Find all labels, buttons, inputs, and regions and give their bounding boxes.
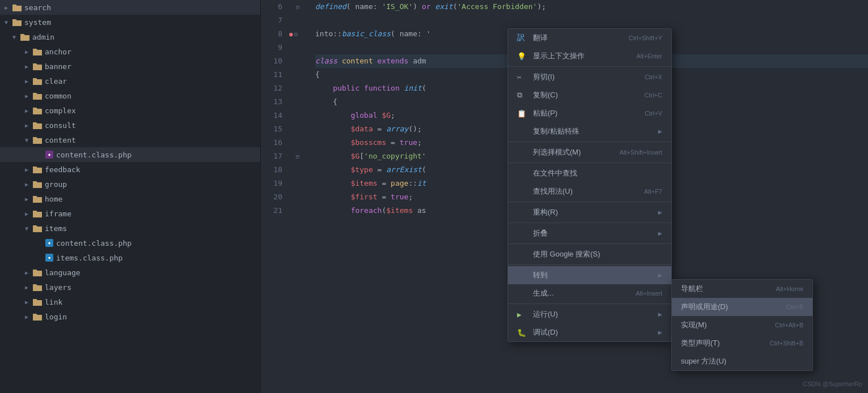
menu-divider-5 [508,223,671,223]
submenu-item-type-declare[interactable]: 类型声明(T) Ctrl+Shift+B [672,334,812,352]
sidebar-item-home[interactable]: ▶ home [0,191,260,206]
menu-label-run: 运行(U) [533,309,654,319]
sidebar-item-items[interactable]: ▼ items [0,221,260,236]
sidebar-item-items-content-php[interactable]: ● content.class.php [0,236,260,250]
arrow-icon: ▶ [25,63,33,70]
menu-shortcut-cut: Ctrl+X [645,74,662,80]
folder-icon [33,210,42,217]
menu-item-translate[interactable]: 訳 翻译 Ctrl+Shift+Y [508,29,671,47]
submenu-label-implement: 实现(M) [681,320,775,330]
menu-label-fold: 折叠 [533,228,654,238]
folder-icon [33,283,42,291]
menu-item-paste-special[interactable]: 复制/粘贴特殊 ▶ [508,122,671,140]
menu-item-refactor[interactable]: 重构(R) ▶ [508,203,671,221]
arrow-icon: ▶ [25,122,33,129]
menu-label-find-usage: 查找用法(U) [533,186,635,197]
translate-icon: 訳 [517,33,528,43]
arrow-icon: ▶ [25,166,33,173]
sidebar-item-label: language [45,268,81,277]
sidebar-item-content[interactable]: ▼ content [0,133,260,147]
sidebar-item-label: feedback [45,165,81,174]
menu-item-fold[interactable]: 折叠 ▶ [508,224,671,242]
folder-icon [33,268,42,276]
menu-label-translate: 翻译 [533,33,620,43]
menu-item-debug[interactable]: 🐛 调试(D) ▶ [508,323,671,341]
menu-label-generate: 生成... [533,288,626,298]
sidebar-item-common[interactable]: ▶ common [0,88,260,103]
folder-icon [33,298,42,306]
paste-icon: 📋 [517,109,528,118]
menu-item-cut[interactable]: ✂ 剪切(I) Ctrl+X [508,68,671,86]
sidebar-item-banner[interactable]: ▶ banner [0,59,260,74]
menu-item-find-usage[interactable]: 查找用法(U) Alt+F7 [508,182,671,200]
menu-divider-2 [508,142,671,142]
menu-item-run[interactable]: ▶ 运行(U) ▶ [508,305,671,323]
sidebar-item-label: system [24,18,51,27]
menu-item-find-in-file[interactable]: 在文件中查找 [508,164,671,182]
menu-divider-4 [508,202,671,202]
run-icon: ▶ [517,310,528,319]
menu-item-generate[interactable]: 生成... Alt+Insert [508,284,671,302]
sidebar-item-consult[interactable]: ▶ consult [0,118,260,133]
sidebar-item-label: content.class.php [56,239,132,247]
submenu-label-type-declare: 类型声明(T) [681,338,770,348]
menu-label-google: 使用 Google 搜索(S) [533,249,662,259]
arrow-icon: ▼ [5,19,12,25]
menu-shortcut-show-context: Alt+Enter [636,53,662,59]
submenu-item-super[interactable]: super 方法(U) [672,352,812,370]
arrow-icon: ▶ [25,299,33,305]
menu-shortcut-copy: Ctrl+C [645,92,662,99]
sidebar-item-clear[interactable]: ▶ clear [0,74,260,88]
sidebar-item-group[interactable]: ▶ group [0,177,260,191]
submenu-item-implement[interactable]: 实现(M) Ctrl+Alt+B [672,316,812,334]
sidebar-item-search[interactable]: ▶ search [0,0,260,15]
sidebar-item-anchor[interactable]: ▶ anchor [0,44,260,59]
menu-label-cut: 剪切(I) [533,72,636,82]
submenu-shortcut-type-declare: Ctrl+Shift+B [770,340,803,347]
menu-divider-6 [508,244,671,244]
menu-shortcut-paste: Ctrl+V [645,110,662,117]
menu-shortcut-generate: Alt+Insert [636,290,662,297]
sidebar-item-label: iframe [45,210,71,218]
menu-label-find-in-file: 在文件中查找 [533,168,662,178]
submenu-shortcut-declare: Ctrl+B [786,304,803,310]
folder-icon [12,18,22,26]
menu-item-google[interactable]: 使用 Google 搜索(S) [508,245,671,263]
menu-item-show-context[interactable]: 💡 显示上下文操作 Alt+Enter [508,47,671,65]
sidebar-item-complex[interactable]: ▶ complex [0,103,260,118]
sidebar-item-language[interactable]: ▶ language [0,265,260,280]
menu-item-paste[interactable]: 📋 粘贴(P) Ctrl+V [508,104,671,122]
sidebar-item-login[interactable]: ▶ login [0,309,260,324]
sidebar-item-label: content [45,136,76,144]
sidebar-item-label: items.class.php [56,254,122,262]
arrow-icon: ▶ [25,49,33,55]
menu-item-column-select[interactable]: 列选择模式(M) Alt+Shift+Insert [508,143,671,161]
submenu-arrow: ▶ [658,127,662,135]
sidebar-item-label: banner [45,62,71,71]
goto-arrow: ▶ [658,271,662,279]
menu-item-goto[interactable]: 转到 ▶ [508,266,671,284]
sidebar-item-label: consult [45,121,76,130]
sidebar-item-label: layers [45,283,71,292]
sidebar-item-system[interactable]: ▼ system [0,15,260,29]
arrow-icon: ▶ [5,5,12,11]
sidebar-item-admin[interactable]: ▼ admin [0,29,260,44]
sidebar-item-layers[interactable]: ▶ layers [0,280,260,294]
submenu-item-declare[interactable]: 声明或用途(D) Ctrl+B [672,298,812,316]
arrow-icon: ▶ [25,270,33,276]
folder-icon [33,77,42,85]
menu-item-copy[interactable]: ⧉ 复制(C) Ctrl+C [508,86,671,104]
sidebar-item-iframe[interactable]: ▶ iframe [0,206,260,221]
folder-icon [33,106,42,114]
sidebar-item-items-items-php[interactable]: ● items.class.php [0,250,260,265]
submenu-item-navbar[interactable]: 导航栏 Alt+Home [672,280,812,298]
menu-shortcut-translate: Ctrl+Shift+Y [629,35,662,41]
sidebar-item-link[interactable]: ▶ link [0,294,260,309]
sidebar-item-content-class-php[interactable]: ● content.class.php [0,147,260,162]
file-tree: ▶ search ▼ system ▼ admin ▶ anchor ▶ ban… [0,0,261,393]
arrow-icon: ▼ [12,34,20,40]
context-menu: 訳 翻译 Ctrl+Shift+Y 💡 显示上下文操作 Alt+Enter ✂ … [507,28,672,342]
php-file-icon: ● [45,239,53,247]
sidebar-item-feedback[interactable]: ▶ feedback [0,162,260,177]
sidebar-item-label: group [45,180,67,189]
